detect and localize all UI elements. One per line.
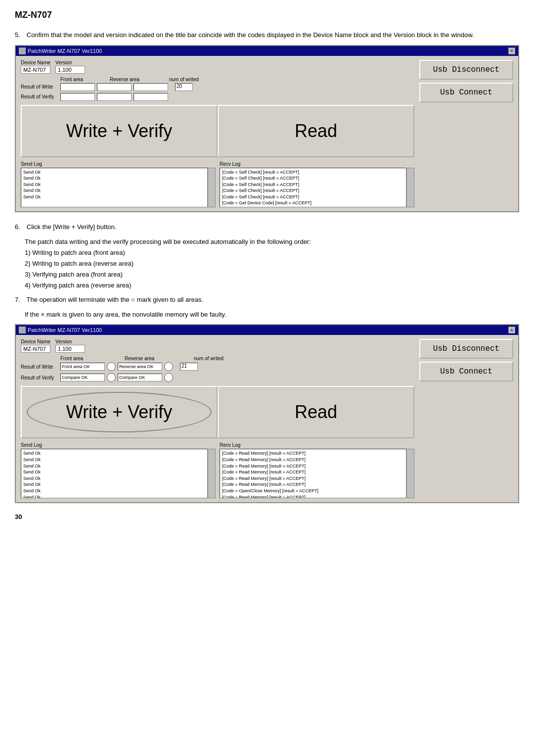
send-log-area2[interactable]: Send Ok Send Ok Send Ok Send Ok Send Ok … — [21, 449, 208, 498]
recv-log-label2: Recv Log — [220, 442, 414, 448]
window2-close-button[interactable]: × — [508, 327, 515, 333]
window1-close-button[interactable]: × — [508, 47, 515, 54]
device-name-label: Device Name — [21, 60, 50, 65]
recv-log-area-wrapper: [Code = Self Check] [result = ACCEPT] [C… — [220, 168, 414, 207]
result-verify-label2: Result of Verify — [21, 375, 60, 380]
log-line: [Code = Self Check] [result = ACCEPT] — [222, 169, 404, 176]
send-log-block2: Send Log Send Ok Send Ok Send Ok Send Ok… — [21, 442, 216, 498]
recv-log-scrollbar[interactable] — [406, 168, 414, 207]
step6-line1: The patch data writing and the verify pr… — [25, 236, 519, 247]
log-line: Send Ok — [23, 450, 205, 457]
device-name-field2: Device Name MZ-N707 — [21, 339, 50, 353]
num-written-section: num of writed — [169, 77, 201, 82]
front-area-label2: Front area — [60, 356, 125, 361]
write-front-circle — [107, 362, 116, 371]
window1-titlebar-left: PatchWriter MZ-N707 Ver1100 — [19, 47, 102, 54]
step7-text: 7. The operation will terminate with the… — [15, 295, 519, 305]
write-verify-label2: Write + Verify — [66, 402, 172, 422]
verify-front-circle — [107, 373, 116, 382]
write-verify-button[interactable]: Write + Verify — [21, 105, 218, 157]
log-line: Send Ok — [23, 188, 205, 194]
log-line: Send Ok — [23, 169, 205, 176]
result-write-label: Result of Write — [21, 84, 60, 90]
step7-line2: If the × mark is given to any area, the … — [25, 310, 519, 320]
window1-titlebar: PatchWriter MZ-N707 Ver1100 × — [16, 46, 518, 56]
num-written-value-row: 20 — [175, 83, 193, 91]
log-line: [Code = Read Memory] [result = ACCEPT] — [222, 463, 404, 470]
send-log-scrollbar2[interactable] — [208, 449, 216, 498]
window1-body: Device Name MZ-N707 Version 1.100 Front … — [16, 56, 518, 211]
window1-left: Device Name MZ-N707 Version 1.100 Front … — [21, 60, 414, 207]
area-headers2: Front area Reverse area num of writed — [21, 356, 414, 361]
recv-log-label: Recv Log — [220, 161, 414, 167]
log-section2: Send Log Send Ok Send Ok Send Ok Send Ok… — [21, 442, 414, 498]
device-name-value2: MZ-N707 — [21, 345, 50, 353]
num-written-label: num of writed — [169, 77, 199, 82]
verify-reverse-circle — [164, 373, 173, 382]
device-version-row: Device Name MZ-N707 Version 1.100 — [21, 60, 414, 74]
result-verify-row2: Result of Verify Compare OK Compare OK — [21, 373, 414, 382]
log-line: Send Ok — [23, 175, 205, 182]
reverse-area-label: Reverse area — [110, 77, 159, 82]
result-write-row: Result of Write 20 — [21, 83, 414, 91]
window1-title: PatchWriter MZ-N707 Ver1100 — [28, 48, 102, 54]
page-title: MZ-N707 — [15, 10, 519, 20]
version-label: Version — [55, 60, 85, 65]
log-line: Send Ok — [23, 494, 205, 499]
device-name-value: MZ-N707 — [21, 66, 50, 74]
usb-connect-button2[interactable]: Usb Connect — [419, 362, 513, 381]
result-verify-reverse — [97, 93, 132, 101]
log-section: Send Log Send Ok Send Ok Send Ok Send Ok… — [21, 161, 414, 207]
write-verify-button2[interactable]: Write + Verify — [21, 386, 218, 438]
result-verify-label: Result of Verify — [21, 94, 60, 99]
usb-disconnect-button[interactable]: Usb Disconnect — [419, 60, 513, 80]
step6-item3: 3) Verifying patch area (front area) — [25, 269, 519, 280]
send-log-area-wrapper2: Send Ok Send Ok Send Ok Send Ok Send Ok … — [21, 449, 216, 498]
reverse-area-label2: Reverse area — [125, 356, 189, 361]
write-verify-label: Write + Verify — [66, 121, 172, 141]
log-line: [Code = Read Memory] [result = ACCEPT] — [222, 469, 404, 475]
usb-connect-button[interactable]: Usb Connect — [419, 83, 513, 102]
recv-log-area-wrapper2: [Code = Read Memory] [result = ACCEPT] [… — [220, 449, 414, 498]
usb-disconnect-button2[interactable]: Usb Disconnect — [419, 339, 513, 359]
page-number: 30 — [15, 513, 519, 520]
log-line: [Code = Read Memory] [result = ACCEPT] — [222, 481, 404, 488]
send-log-label2: Send Log — [21, 442, 216, 448]
result-write-extra — [134, 83, 168, 91]
recv-log-area[interactable]: [Code = Self Check] [result = ACCEPT] [C… — [220, 168, 406, 207]
send-log-scrollbar[interactable] — [208, 168, 216, 207]
read-button[interactable]: Read — [218, 105, 414, 157]
read-button2[interactable]: Read — [218, 386, 414, 438]
log-line: [Code = Get Device Code] [result = ACCEP… — [222, 200, 404, 206]
num-written-value2: 21 — [180, 363, 198, 371]
device-name-label2: Device Name — [21, 339, 50, 344]
version-value2: 1.100 — [55, 345, 85, 353]
window2-titlebar: PatchWriter MZ-N707 Ver1100 × — [16, 325, 518, 335]
main-buttons: Write + Verify Read — [21, 105, 414, 157]
window1-right: Usb Disconnect Usb Connect — [414, 60, 513, 102]
result-write-front2: Front area OK — [60, 363, 105, 371]
send-log-block: Send Log Send Ok Send Ok Send Ok Send Ok… — [21, 161, 216, 207]
num-written-section2: num of writed — [194, 356, 225, 361]
result-verify-front2: Compare OK — [60, 374, 105, 381]
result-verify-row: Result of Verify — [21, 93, 414, 101]
send-log-area[interactable]: Send Ok Send Ok Send Ok Send Ok Send Ok — [21, 168, 208, 207]
window2-left: Device Name MZ-N707 Version 1.100 Front … — [21, 339, 414, 498]
send-log-area-wrapper: Send Ok Send Ok Send Ok Send Ok Send Ok — [21, 168, 216, 207]
app-icon — [19, 47, 26, 54]
log-line: Send Ok — [23, 463, 205, 470]
log-line: [Code = Self Check] [result = ACCEPT] — [222, 175, 404, 182]
step6-detail: The patch data writing and the verify pr… — [25, 236, 519, 291]
log-line: Send Ok — [23, 457, 205, 463]
area-headers: Front area Reverse area num of writed — [21, 77, 414, 82]
read-label: Read — [295, 121, 337, 141]
log-line: [Code = Read Memory] [result = ACCEPT] — [222, 494, 404, 499]
step6-text: 6. Click the [Write + Verify] button. — [15, 222, 519, 232]
read-label2: Read — [295, 402, 337, 422]
recv-log-area2[interactable]: [Code = Read Memory] [result = ACCEPT] [… — [220, 449, 406, 498]
recv-log-scrollbar2[interactable] — [406, 449, 414, 498]
send-log-label: Send Log — [21, 161, 216, 167]
result-write-front — [60, 83, 95, 91]
log-line: Send Ok — [23, 182, 205, 188]
result-write-label2: Result of Write — [21, 364, 60, 370]
